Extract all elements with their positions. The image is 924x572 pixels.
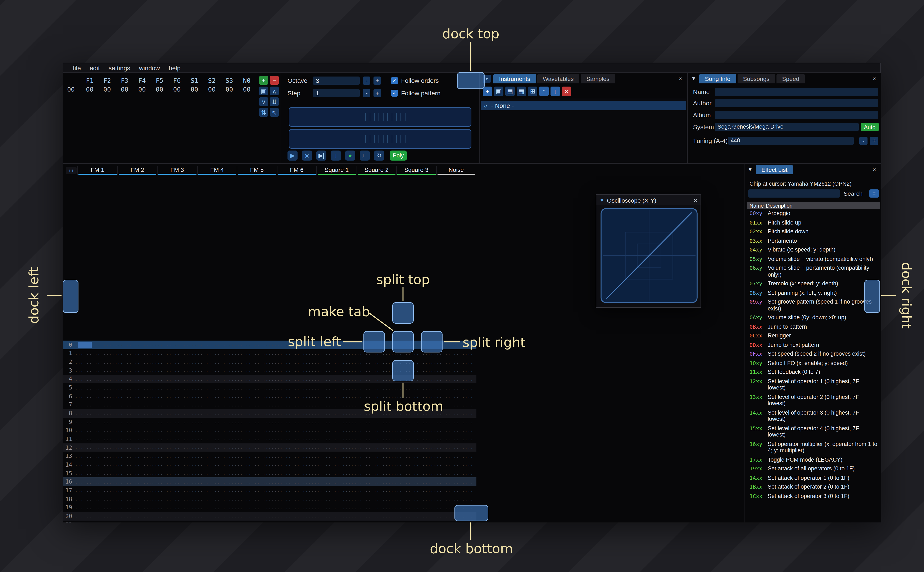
- pattern-cell[interactable]: ... .. .. ....: [433, 479, 474, 485]
- menu-file[interactable]: file: [69, 64, 85, 71]
- edit-record-button[interactable]: ●: [345, 151, 355, 160]
- move-order-up-button[interactable]: ∧: [270, 87, 279, 95]
- pattern-cell[interactable]: ... .. .. ....: [195, 359, 234, 365]
- effect-row-06xy[interactable]: 06xyVolume slide + portamento (compatibi…: [747, 263, 880, 279]
- close-icon[interactable]: ×: [871, 166, 878, 173]
- pattern-cell[interactable]: ... .. .. ....: [115, 445, 154, 450]
- effect-row-07xy[interactable]: 07xyTremolo (x: speed; y: depth): [747, 279, 880, 288]
- effect-row-09xy[interactable]: 09xySet groove pattern (speed 1 if no gr…: [747, 297, 880, 313]
- pattern-cell[interactable]: ... .. .. ....: [314, 522, 354, 522]
- pattern-cell[interactable]: ... .. .. ....: [154, 522, 195, 522]
- pattern-cell[interactable]: ... .. .. ....: [195, 376, 234, 382]
- effect-row-03xx[interactable]: 03xxPortamento: [747, 236, 880, 246]
- pattern-cell[interactable]: ... .. .. ....: [394, 513, 433, 519]
- pattern-cell[interactable]: ... .. .. ....: [154, 376, 195, 382]
- step-increase-button[interactable]: +: [374, 89, 381, 97]
- piano-upper-row[interactable]: [289, 107, 471, 127]
- pattern-cell[interactable]: ... .. .. ....: [195, 470, 234, 476]
- pattern-cell[interactable]: ... .. .. ....: [115, 427, 154, 433]
- pattern-cell[interactable]: ... .. .. ....: [75, 513, 115, 519]
- pattern-cell[interactable]: ... .. .. ....: [115, 488, 154, 493]
- pattern-cell[interactable]: ... .. .. ....: [354, 368, 394, 373]
- duplicate-order-button[interactable]: ▣: [259, 87, 268, 95]
- poly-button[interactable]: Poly: [390, 151, 407, 160]
- pattern-cell[interactable]: ... .. .. ....: [314, 410, 354, 416]
- pattern-cell[interactable]: ... .. .. ....: [394, 427, 433, 433]
- order-cell[interactable]: 00: [221, 86, 238, 93]
- pattern-cell[interactable]: ... .. .. ....: [115, 522, 154, 522]
- pattern-cell[interactable]: ... .. .. ....: [75, 393, 115, 399]
- pattern-cell[interactable]: ... .. .. ....: [433, 462, 474, 468]
- pattern-cell[interactable]: ... .. .. ....: [75, 385, 115, 390]
- pattern-cell[interactable]: ... .. .. ....: [354, 470, 394, 476]
- play-button[interactable]: ▶: [287, 151, 298, 160]
- dock-left-target[interactable]: [63, 280, 78, 313]
- channel-header-square-1[interactable]: Square 1: [316, 166, 356, 175]
- pattern-cell[interactable]: ... .. .. ....: [234, 385, 274, 390]
- order-cell[interactable]: 00: [168, 86, 185, 93]
- pattern-cell[interactable]: ... .. .. ....: [354, 376, 394, 382]
- pattern-cell[interactable]: ... .. .. ....: [195, 393, 234, 399]
- channel-header-fm-2[interactable]: FM 2: [117, 166, 157, 175]
- album-input[interactable]: [715, 111, 878, 119]
- effect-row-08xy[interactable]: 08xySet panning (x: left; y: right): [747, 288, 880, 297]
- pattern-row-3[interactable]: 3... .. .. ....... .. .. ....... .. .. .…: [63, 366, 477, 375]
- pattern-cell[interactable]: ... .. .. ....: [394, 393, 433, 399]
- pattern-cell[interactable]: ... .. .. ....: [115, 462, 154, 468]
- pattern-row-0[interactable]: 0... .. .. ....... .. .. ....... .. .. .…: [63, 340, 477, 349]
- tuning-input[interactable]: 440: [728, 137, 854, 145]
- pattern-cell[interactable]: ... .. .. ....: [115, 419, 154, 424]
- pattern-cell[interactable]: ... .. .. ....: [115, 342, 154, 348]
- pattern-cell[interactable]: ... .. .. ....: [154, 462, 195, 468]
- pattern-cell[interactable]: ... .. .. ....: [354, 513, 394, 519]
- pattern-cell[interactable]: ... .. .. ....: [154, 427, 195, 433]
- pattern-rows[interactable]: 0... .. .. ....... .. .. ....... .. .. .…: [63, 340, 477, 522]
- pattern-cell[interactable]: ... .. .. ....: [195, 419, 234, 424]
- pattern-cell[interactable]: ... .. .. ....: [433, 368, 474, 373]
- pattern-cell[interactable]: ... .. .. ....: [195, 402, 234, 408]
- effect-row-0Axy[interactable]: 0AxyVolume slide (0y: down; x0: up): [747, 313, 880, 322]
- pattern-cell[interactable]: ... .. .. ....: [433, 445, 474, 450]
- pattern-cell[interactable]: ... .. .. ....: [394, 505, 433, 510]
- pattern-cell[interactable]: ... .. .. ....: [75, 368, 115, 373]
- effect-row-02xx[interactable]: 02xxPitch slide down: [747, 227, 880, 236]
- pattern-row-2[interactable]: 2... .. .. ....... .. .. ....... .. .. .…: [63, 358, 477, 366]
- auto-tuning-button[interactable]: Auto: [861, 123, 879, 131]
- pattern-cell[interactable]: ... .. .. ....: [314, 402, 354, 408]
- repeat-pattern-button[interactable]: ↻: [374, 151, 384, 160]
- move-order-down-button[interactable]: ∨: [259, 97, 268, 106]
- pattern-cell[interactable]: ... .. .. ....: [75, 351, 115, 356]
- pattern-cell[interactable]: ... .. .. ....: [154, 470, 195, 476]
- pattern-cell[interactable]: ... .. .. ....: [354, 505, 394, 510]
- pattern-cell[interactable]: ... .. .. ....: [154, 351, 195, 356]
- pattern-cell[interactable]: ... .. .. ....: [154, 402, 195, 408]
- pattern-cell[interactable]: ... .. .. ....: [234, 496, 274, 502]
- pattern-cell[interactable]: ... .. .. ....: [274, 522, 314, 522]
- pattern-cell[interactable]: ... .. .. ....: [154, 488, 195, 493]
- pattern-cell[interactable]: ... .. .. ....: [274, 385, 314, 390]
- pattern-cell[interactable]: ... .. .. ....: [433, 385, 474, 390]
- step-one-row-button[interactable]: ↓: [331, 151, 341, 160]
- tab-samples[interactable]: Samples: [581, 74, 615, 84]
- pattern-cell[interactable]: ... .. .. ....: [75, 376, 115, 382]
- split-left-target[interactable]: [363, 331, 385, 353]
- channel-header-fm-6[interactable]: FM 6: [277, 166, 316, 175]
- pattern-cell[interactable]: ... .. .. ....: [75, 462, 115, 468]
- pattern-cell[interactable]: ... .. .. ....: [154, 505, 195, 510]
- move-instrument-up-button[interactable]: ↑: [539, 87, 548, 96]
- tuning-decrease-button[interactable]: -: [859, 137, 868, 145]
- collapse-icon[interactable]: ▼: [600, 197, 605, 203]
- channel-header-square-3[interactable]: Square 3: [396, 166, 436, 175]
- pattern-cell[interactable]: ... .. .. ....: [274, 436, 314, 442]
- pattern-cell[interactable]: ... .. .. ....: [75, 445, 115, 450]
- pattern-cell[interactable]: ... .. .. ....: [75, 479, 115, 485]
- pattern-cell[interactable]: ... .. .. ....: [234, 376, 274, 382]
- pattern-cell[interactable]: ... .. .. ....: [314, 453, 354, 459]
- duplicate-order-to-end-button[interactable]: ⇊: [270, 97, 279, 106]
- effect-row-16xy[interactable]: 16xySet operator multiplier (x: operator…: [747, 440, 880, 455]
- pattern-cell[interactable]: ... .. .. ....: [274, 479, 314, 485]
- pattern-row-5[interactable]: 5... .. .. ....... .. .. ....... .. .. .…: [63, 384, 477, 392]
- play-from-cursor-button[interactable]: ▶|: [316, 151, 326, 160]
- effect-row-13xx[interactable]: 13xxSet level of operator 2 (0 highest, …: [747, 392, 880, 408]
- pattern-cell[interactable]: ... .. .. ....: [115, 505, 154, 510]
